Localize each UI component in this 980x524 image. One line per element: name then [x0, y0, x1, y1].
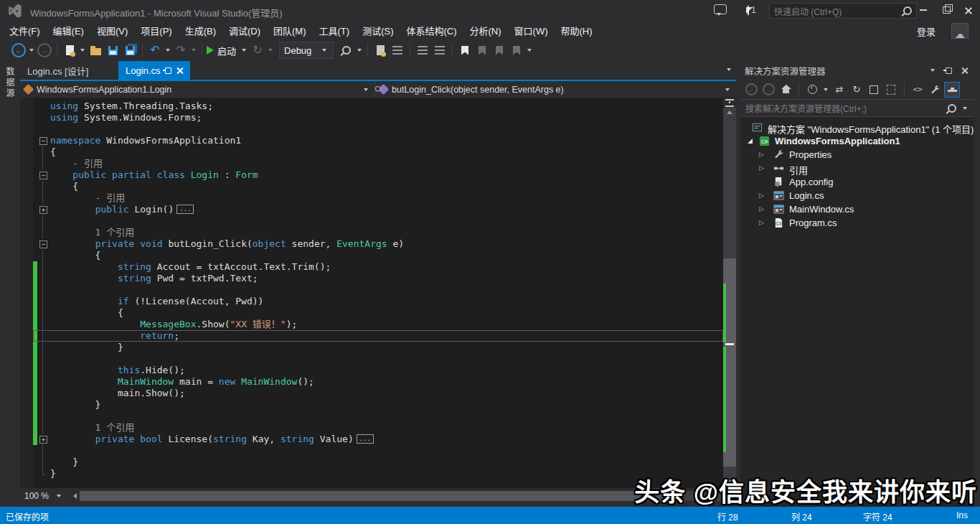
expand-region-icon[interactable]: + — [39, 436, 47, 444]
scroll-left-button[interactable] — [73, 493, 77, 499]
minimize-button[interactable] — [913, 1, 934, 19]
sync-with-active-document-button[interactable]: ⇄ — [831, 82, 847, 98]
refresh-button[interactable]: ↻ — [849, 82, 864, 98]
se-home-button[interactable] — [778, 82, 793, 98]
preview-selected-items-toggle[interactable] — [944, 82, 960, 98]
open-file-button[interactable] — [88, 42, 103, 59]
close-button[interactable] — [957, 1, 979, 19]
toggle-bookmark-button[interactable] — [457, 42, 473, 59]
menu-item[interactable]: 测试(S) — [356, 22, 400, 39]
tree-item-Login.cs[interactable]: ▷Login.cs — [740, 189, 974, 202]
tab-login-code[interactable]: Login.cs — [118, 61, 190, 80]
uncomment-button[interactable] — [432, 42, 448, 59]
breakpoint-margin[interactable] — [20, 98, 33, 488]
pin-panel-icon[interactable] — [943, 65, 954, 76]
menu-item[interactable]: 视图(V) — [90, 22, 134, 39]
undo-dropdown-caret[interactable] — [166, 49, 170, 52]
next-bookmark-button[interactable] — [491, 42, 507, 59]
solution-search-box[interactable]: 搜索解决方案资源管理器(Ctrl+;) — [740, 100, 974, 117]
zoom-dropdown[interactable]: 100 % — [20, 491, 70, 501]
pending-changes-filter-button[interactable] — [804, 82, 820, 98]
toolbar-overflow-caret[interactable] — [527, 49, 532, 52]
menu-item[interactable]: 编辑(E) — [47, 22, 90, 39]
member-dropdown[interactable]: butLogin_Click(object sender, EventArgs … — [375, 81, 736, 98]
menu-item[interactable]: 生成(B) — [179, 22, 222, 39]
navigate-forward-button[interactable]: → — [37, 42, 52, 59]
save-button[interactable] — [105, 42, 121, 59]
menu-item[interactable]: 文件(F) — [3, 22, 47, 39]
chevron-right-icon[interactable]: ▷ — [759, 151, 764, 158]
chevron-right-icon[interactable]: ▷ — [759, 219, 764, 226]
view-code-button[interactable]: <> — [910, 82, 925, 98]
menu-item[interactable]: 项目(P) — [134, 22, 178, 39]
pin-tab-icon[interactable] — [165, 67, 171, 74]
se-back-button[interactable]: ← — [743, 82, 759, 98]
menu-item[interactable]: 调试(D) — [222, 22, 267, 39]
tree-item-WindowsFormsApplication1[interactable]: C#WindowsFormsApplication1 — [740, 134, 974, 148]
open-documents-dropdown[interactable] — [727, 68, 731, 71]
expand-region-icon[interactable]: + — [39, 206, 47, 214]
collapse-region-icon[interactable]: − — [39, 137, 47, 145]
tab-login-designer[interactable]: Login.cs [设计] — [20, 61, 95, 80]
save-all-button[interactable] — [122, 42, 138, 59]
redo-button[interactable]: ↷ — [173, 42, 189, 59]
restore-button[interactable] — [936, 1, 957, 19]
menu-item[interactable]: 体系结构(C) — [400, 22, 463, 39]
find-overflow-caret[interactable] — [357, 49, 362, 52]
tree-item--[interactable]: ▷引用 — [740, 162, 974, 175]
menu-item[interactable]: 分析(N) — [463, 22, 508, 39]
search-options-caret[interactable] — [963, 107, 967, 110]
redo-dropdown-caret[interactable] — [192, 49, 196, 52]
se-forward-button[interactable]: → — [760, 82, 776, 98]
menu-item[interactable]: 帮助(H) — [555, 22, 599, 39]
surround-with-button[interactable] — [390, 42, 405, 59]
find-in-files-button[interactable] — [339, 42, 354, 59]
menu-item[interactable]: 工具(T) — [313, 22, 357, 39]
show-all-files-button[interactable] — [883, 82, 899, 98]
collapse-all-button[interactable] — [866, 82, 882, 98]
chevron-expanded-icon[interactable] — [748, 139, 753, 144]
split-editor-handle[interactable] — [723, 98, 736, 108]
menu-item[interactable]: 窗口(W) — [508, 22, 555, 39]
chevron-right-icon[interactable]: ▷ — [759, 164, 764, 172]
prev-bookmark-button[interactable] — [474, 42, 490, 59]
editor-horizontal-scrollbar[interactable] — [80, 491, 727, 501]
menu-item[interactable]: 团队(M) — [267, 22, 313, 39]
start-debug-button[interactable]: 启动 — [207, 42, 248, 59]
restart-dropdown-caret[interactable] — [268, 49, 273, 52]
new-file-dropdown-caret[interactable] — [80, 49, 85, 52]
clear-bookmarks-button[interactable] — [509, 42, 524, 59]
close-tab-icon[interactable] — [176, 67, 183, 74]
tree-item-Properties[interactable]: ▷Properties — [740, 148, 974, 162]
back-dropdown-caret[interactable] — [29, 49, 34, 52]
data-sources-dock-tab[interactable]: 数据源 — [4, 67, 16, 99]
restart-button[interactable]: ↻ — [250, 42, 265, 59]
sign-in-link[interactable]: 登录 — [917, 24, 936, 38]
tree-item-MainWindow.cs[interactable]: ▷MainWindow.cs — [740, 202, 974, 216]
filter-dropdown-caret[interactable] — [824, 88, 828, 91]
type-dropdown[interactable]: WindowsFormsApplication1.Login — [20, 81, 375, 98]
notification-flag-icon[interactable]: 1 — [746, 5, 756, 15]
horizontal-scroll-thumb[interactable] — [80, 491, 675, 501]
properties-button[interactable] — [927, 82, 943, 98]
chevron-right-icon[interactable]: ▷ — [759, 205, 764, 212]
code-editor[interactable]: using System.Threading.Tasks;using Syste… — [20, 98, 723, 488]
collapse-region-icon[interactable]: − — [39, 172, 47, 179]
window-position-dropdown[interactable] — [927, 65, 938, 76]
insert-snippet-button[interactable] — [372, 42, 388, 59]
solution-explorer-header[interactable]: 解决方案资源管理器 — [740, 61, 974, 80]
user-avatar[interactable] — [951, 23, 969, 39]
editor-vertical-scrollbar[interactable] — [723, 98, 736, 488]
comment-button[interactable] — [415, 42, 430, 59]
tree-item--WindowsFormsApplication1-1-[interactable]: 解决方案 "WindowsFormsApplication1" (1 个项目) — [740, 121, 974, 134]
collapse-region-icon[interactable]: − — [39, 240, 47, 248]
feedback-bubble-icon[interactable] — [714, 4, 727, 14]
tree-item-App.config[interactable]: App.config — [740, 175, 974, 189]
new-file-button[interactable] — [62, 42, 77, 59]
quick-launch-box[interactable]: 快速启动 (Ctrl+Q) — [769, 3, 917, 19]
close-panel-icon[interactable] — [958, 65, 970, 76]
undo-button[interactable]: ↶ — [147, 42, 163, 59]
tree-item-Program.cs[interactable]: ▷C#Program.cs — [740, 216, 974, 230]
chevron-right-icon[interactable]: ▷ — [759, 192, 764, 199]
scroll-up-button[interactable] — [723, 108, 736, 117]
